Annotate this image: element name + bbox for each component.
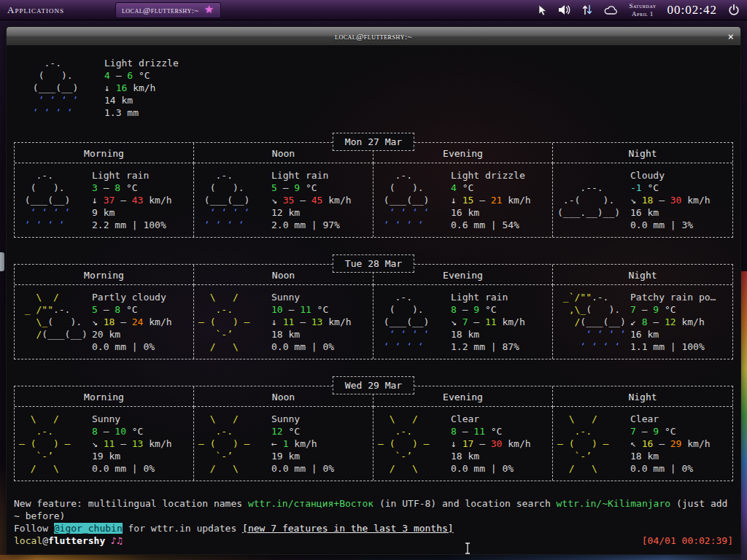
current-text: Light drizzle 4 – 6 °C ↓ 16 km/h 14 km 1…: [104, 57, 179, 119]
desc: Patchy rain po…: [630, 291, 716, 303]
rain-icon: .-. ( ). (___(__) ‘ ‘ ‘ ‘ ‘ ‘ ‘ ‘: [378, 169, 448, 231]
text-segment: / \: [198, 463, 239, 474]
power-icon[interactable]: [728, 4, 740, 16]
text-segment: 2.0 mm | 97%: [271, 219, 340, 230]
desc: Light rain: [92, 169, 172, 182]
current-desc: Light drizzle: [104, 57, 179, 69]
text-segment: 9: [653, 304, 659, 315]
text-segment: ↓: [271, 316, 283, 327]
network-traffic-icon[interactable]: [582, 4, 592, 15]
desc: Cloudy: [630, 169, 711, 182]
text-segment: km/h: [127, 82, 155, 93]
text-segment: Sunny: [92, 413, 120, 424]
text-segment: (___(__): [27, 82, 78, 93]
text-segment: –: [283, 304, 300, 315]
text-segment: 18: [104, 316, 115, 327]
text-segment: ( ).: [47, 316, 82, 327]
precip: 0.0 mm | 0%: [271, 462, 334, 475]
precip: 0.0 mm | 3%: [630, 219, 711, 231]
text-segment: ( ).: [378, 304, 424, 315]
temp: 5 – 9 °C: [271, 182, 352, 194]
taskbar-window-button[interactable]: local@fluttershy:~ ★: [115, 2, 221, 18]
forecast-cell-morning: \ / .-.– ( ) – `-’ / \Sunny8 – 10 °C↘ 11…: [15, 407, 194, 481]
text-segment: 9: [294, 182, 300, 193]
current-precip: 1.3 mm: [104, 106, 179, 119]
text-segment: ‘ ‘ ‘ ‘: [19, 207, 70, 218]
text-segment: ↘: [92, 438, 104, 449]
text-segment: –: [636, 426, 653, 437]
text-segment: 18 km: [451, 451, 479, 462]
window-title: local@fluttershy:~: [335, 32, 412, 41]
text-segment: 8: [451, 426, 457, 437]
text-segment: ‘ ‘ ‘ ‘: [378, 207, 429, 218]
text-segment: – ( ) –: [19, 438, 70, 449]
forecast-grid: MorningNoonEveningNight \ / _ /"".-. \_(…: [14, 264, 733, 359]
weather-applet-icon[interactable]: [603, 4, 618, 15]
cloudy-icon: .--. .-( ).(___.__)__): [557, 169, 627, 231]
rain-icon: .-. ( ). (___(__) ‘ ‘ ‘ ‘ ‘ ‘ ‘ ‘: [19, 169, 89, 231]
volume-icon[interactable]: [558, 4, 571, 15]
text-segment: km/h: [681, 195, 710, 206]
forecast-day: Wed 29 MarMorningNoonEveningNight \ / .-…: [14, 386, 733, 481]
text-segment: –: [636, 304, 653, 315]
text-segment: Light drizzle: [451, 170, 525, 181]
system-tray: Saturday April 1 00:02:42: [538, 2, 747, 18]
text-segment: _ /"": [19, 304, 53, 315]
text-segment: .-.: [53, 304, 70, 315]
wind: ↓ 17 – 30 km/h: [451, 438, 531, 450]
text-segment: km/h: [676, 316, 705, 327]
panel-date[interactable]: Saturday April 1: [629, 2, 656, 18]
text-segment: .-.: [198, 170, 233, 181]
desc: Light drizzle: [451, 169, 531, 182]
text-segment: 0.0 mm | 0%: [630, 463, 693, 474]
text-segment: ♪♫: [111, 535, 123, 546]
desc: Partly cloudy: [92, 291, 172, 303]
window-titlebar[interactable]: local@fluttershy:~ ×: [7, 27, 740, 45]
applications-menu[interactable]: Applications: [0, 4, 74, 16]
text-segment: ( ).: [27, 70, 73, 81]
shell-prompt-line: local@fluttershy ♪♫ [04/01 00:02:39]: [14, 534, 733, 547]
visibility: 19 km: [92, 450, 172, 462]
forecast-cell-text: Light rain3 – 8 °C↓ 37 – 43 km/h9 km2.2 …: [92, 169, 172, 231]
panel-clock[interactable]: 00:02:42: [667, 3, 717, 18]
text-segment: /: [19, 329, 42, 340]
text-segment: – ( ) –: [198, 316, 249, 327]
text-segment: °C: [283, 426, 300, 437]
text-segment: /: [557, 316, 580, 327]
text-segment: ↘: [92, 316, 104, 327]
text-segment: @: [42, 535, 48, 546]
text-segment: .-.: [557, 426, 592, 437]
text-segment: Clear: [630, 413, 659, 424]
text-segment: 3: [92, 182, 98, 193]
text-segment: 13: [132, 438, 144, 449]
text-segment: 1.2 mm | 87%: [451, 341, 519, 352]
forecast-cell-text: Light rain5 – 9 °C↘ 35 – 45 km/h12 km2.0…: [271, 169, 352, 231]
text-segment: 12 km: [271, 207, 300, 218]
text-segment: ‘ ‘ ‘ ‘: [198, 207, 249, 218]
precip: 0.6 mm | 54%: [451, 219, 531, 231]
wind: ↙ 8 – 12 km/h: [630, 316, 716, 328]
terminal-content[interactable]: .-. ( ). (___(__) ‘ ‘ ‘ ‘ ‘ ‘ ‘ ‘ Light …: [7, 45, 740, 554]
sunny-icon: \ / .-.– ( ) – `-’ / \: [378, 413, 448, 475]
text-segment: °C: [659, 304, 676, 315]
text-segment: 16 km: [451, 207, 479, 218]
desc: Clear: [630, 413, 711, 425]
text-segment: 43: [132, 195, 144, 206]
forecast-day-label: Wed 29 Mar: [333, 376, 414, 394]
visibility: 18 km: [271, 328, 352, 341]
text-segment: –: [294, 316, 311, 327]
close-icon[interactable]: ×: [728, 27, 734, 45]
text-segment: \ /: [19, 413, 59, 424]
current-conditions: .-. ( ). (___(__) ‘ ‘ ‘ ‘ ‘ ‘ ‘ ‘ Light …: [27, 57, 736, 119]
mouse-settings-icon[interactable]: [538, 4, 547, 16]
text-segment: °C: [659, 426, 676, 437]
text-segment: 12: [271, 426, 283, 437]
top-panel: Applications local@fluttershy:~ ★ Saturd…: [0, 0, 747, 20]
text-segment: \ /: [198, 292, 239, 303]
text-segment: km/h: [143, 195, 171, 206]
forecast-cell-night: .--. .-( ).(___.__)__) Cloudy-1 °C↘ 18 –…: [553, 163, 732, 237]
note-line-1: New feature: multilingual location names…: [14, 497, 733, 510]
text-segment: ↓: [451, 195, 462, 206]
temp: 10 – 11 °C: [271, 303, 352, 316]
temp: 8 – 11 °C: [451, 425, 531, 438]
